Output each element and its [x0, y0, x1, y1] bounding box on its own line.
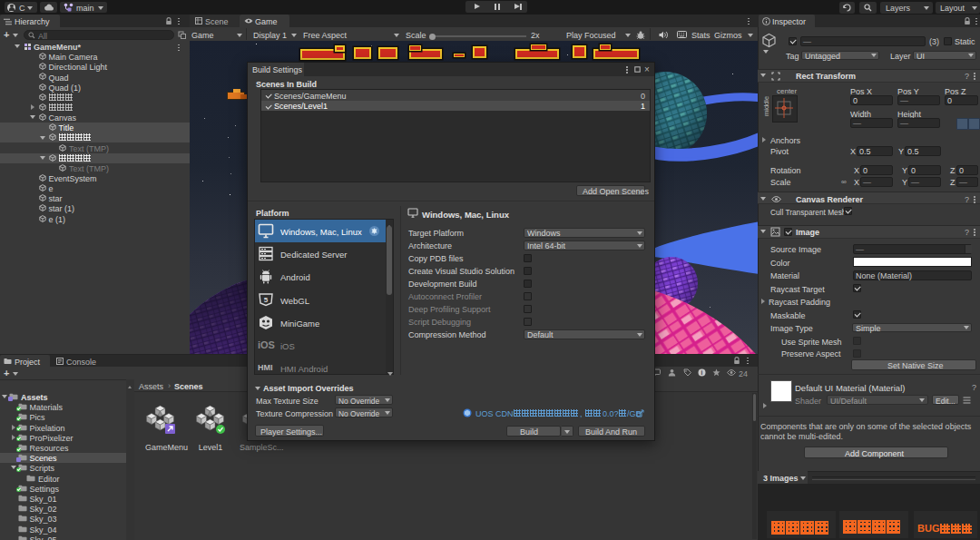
svg-text:i: i — [701, 369, 703, 376]
svg-text:5: 5 — [264, 296, 269, 304]
